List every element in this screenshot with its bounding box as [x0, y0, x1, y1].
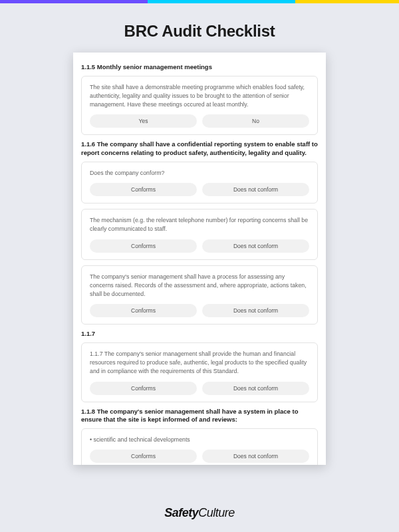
- section-heading: 1.1.5 Monthly senior management meetings: [81, 63, 318, 72]
- option-does-not-conform[interactable]: Does not conform: [202, 183, 309, 196]
- section-heading: 1.1.8 The company's senior management sh…: [81, 408, 318, 425]
- option-conforms[interactable]: Conforms: [90, 304, 197, 317]
- question-text: The mechanism (e.g. the relevant telepho…: [90, 216, 309, 233]
- brand-logo: SafetyCulture: [0, 506, 399, 520]
- section-heading: 1.1.7: [81, 330, 318, 338]
- question-text: • scientific and technical developments: [90, 436, 309, 444]
- option-row: Conforms Does not conform: [90, 304, 309, 317]
- option-row: Conforms Does not conform: [90, 183, 309, 196]
- option-conforms[interactable]: Conforms: [90, 382, 197, 395]
- stripe-segment: [295, 0, 399, 3]
- option-row: Conforms Does not conform: [90, 382, 309, 395]
- option-yes[interactable]: Yes: [90, 114, 197, 128]
- brand-part2: Culture: [198, 506, 235, 519]
- stripe-segment: [0, 0, 148, 3]
- question-text: The site shall have a demonstrable meeti…: [90, 83, 309, 110]
- question-card: Does the company conform? Conforms Does …: [81, 162, 318, 203]
- option-row: Conforms Does not conform: [90, 450, 309, 463]
- section-heading: 1.1.6 The company shall have a confident…: [81, 140, 318, 158]
- option-conforms[interactable]: Conforms: [90, 450, 197, 463]
- option-conforms[interactable]: Conforms: [90, 183, 197, 196]
- option-conforms[interactable]: Conforms: [90, 239, 197, 253]
- question-card: The site shall have a demonstrable meeti…: [81, 76, 318, 136]
- stripe-segment: [148, 0, 295, 3]
- question-card: The mechanism (e.g. the relevant telepho…: [81, 209, 318, 259]
- page-title: BRC Audit Checklist: [0, 22, 399, 41]
- question-card: 1.1.7 The company's senior management sh…: [81, 342, 318, 402]
- brand-part1: Safety: [164, 506, 198, 519]
- question-card: The company's senior management shall ha…: [81, 265, 318, 325]
- question-text: The company's senior management shall ha…: [90, 273, 309, 299]
- question-card: • scientific and technical developments …: [81, 428, 318, 465]
- question-text: Does the company conform?: [90, 169, 309, 178]
- option-no[interactable]: No: [202, 114, 309, 128]
- option-row: Yes No: [90, 114, 309, 128]
- brand-stripe: [0, 0, 399, 3]
- option-does-not-conform[interactable]: Does not conform: [202, 239, 309, 253]
- checklist-sheet: 1.1.5 Monthly senior management meetings…: [73, 53, 326, 465]
- option-does-not-conform[interactable]: Does not conform: [202, 382, 309, 395]
- question-text: 1.1.7 The company's senior management sh…: [90, 350, 309, 376]
- option-row: Conforms Does not conform: [90, 239, 309, 253]
- option-does-not-conform[interactable]: Does not conform: [202, 450, 309, 463]
- option-does-not-conform[interactable]: Does not conform: [202, 304, 309, 317]
